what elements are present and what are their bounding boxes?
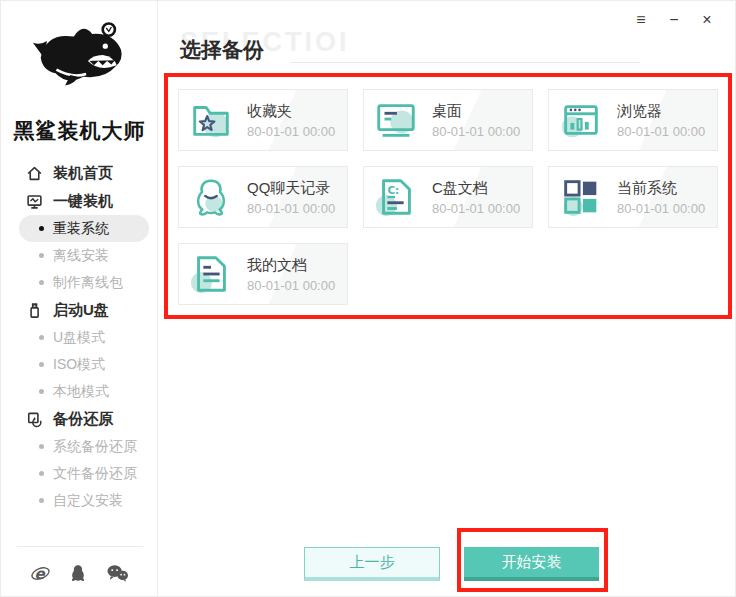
card-title: 浏览器 xyxy=(617,102,705,121)
shark-logo-icon xyxy=(32,17,128,105)
qq-chat-icon xyxy=(188,174,234,220)
sidebar-menu: 装机首页 一键装机 重装系统 离线安装 制作离线包 启动U盘 xyxy=(1,159,158,514)
card-date: 80-01-01 00:00 xyxy=(247,124,335,139)
my-documents-icon xyxy=(188,251,234,297)
app-window: 黑鲨装机大师 装机首页 一键装机 重装系统 离线安装 制作离线包 xyxy=(0,0,736,597)
current-system-icon xyxy=(558,174,604,220)
bullet-icon xyxy=(39,498,44,503)
card-current-system[interactable]: 当前系统 80-01-01 00:00 xyxy=(548,166,718,228)
sidebar-item-label: 系统备份还原 xyxy=(53,438,137,456)
card-date: 80-01-01 00:00 xyxy=(247,278,335,293)
qq-icon[interactable] xyxy=(69,563,87,583)
card-c-drive-docs[interactable]: C: C盘文档 80-01-01 00:00 xyxy=(363,166,533,228)
menu-button[interactable]: ≡ xyxy=(631,9,651,31)
sidebar-item-iso-mode[interactable]: ISO模式 xyxy=(19,351,149,378)
card-date: 80-01-01 00:00 xyxy=(432,201,520,216)
minimize-button[interactable]: − xyxy=(664,9,684,31)
sidebar-footer-divider xyxy=(17,546,143,547)
card-title: 桌面 xyxy=(432,102,520,121)
back-button[interactable]: 上一步 xyxy=(304,547,440,581)
sidebar-item-one-click-install[interactable]: 一键装机 xyxy=(1,187,158,215)
window-controls: ≡ − × xyxy=(631,9,717,31)
backup-cards-grid: 收藏夹 80-01-01 00:00 桌面 80-01-01 00:00 xyxy=(178,89,718,305)
card-date: 80-01-01 00:00 xyxy=(247,201,335,216)
sidebar-item-custom-install[interactable]: 自定义安装 xyxy=(19,487,149,514)
bullet-icon xyxy=(39,226,44,231)
favorites-folder-icon xyxy=(188,97,234,143)
sidebar-item-local-mode[interactable]: 本地模式 xyxy=(19,378,149,405)
c-drive-label: C: xyxy=(387,184,399,196)
card-date: 80-01-01 00:00 xyxy=(617,124,705,139)
bullet-icon xyxy=(39,444,44,449)
backup-restore-icon xyxy=(26,411,43,428)
app-logo xyxy=(1,17,158,109)
sidebar-item-make-offline-package[interactable]: 制作离线包 xyxy=(19,269,149,296)
card-date: 80-01-01 00:00 xyxy=(617,201,705,216)
sidebar-item-backup-restore[interactable]: 备份还原 xyxy=(1,405,158,433)
bullet-icon xyxy=(39,253,44,258)
card-title: 收藏夹 xyxy=(247,102,335,121)
app-name: 黑鲨装机大师 xyxy=(1,117,158,145)
bullet-icon xyxy=(39,389,44,394)
sidebar-item-label: 重装系统 xyxy=(53,220,109,238)
c-drive-document-icon: C: xyxy=(373,174,419,220)
card-title: C盘文档 xyxy=(432,179,520,198)
card-title: 我的文档 xyxy=(247,256,335,275)
bullet-icon xyxy=(39,280,44,285)
sidebar-item-offline-install[interactable]: 离线安装 xyxy=(19,242,149,269)
card-browser[interactable]: 浏览器 80-01-01 00:00 xyxy=(548,89,718,151)
sidebar-item-label: 自定义安装 xyxy=(53,492,123,510)
sidebar-item-label: 装机首页 xyxy=(53,164,113,183)
sidebar-item-reinstall-system[interactable]: 重装系统 xyxy=(19,215,149,242)
browser-icon xyxy=(558,97,604,143)
sidebar-item-system-backup-restore[interactable]: 系统备份还原 xyxy=(19,433,149,460)
sidebar-item-usb-mode[interactable]: U盘模式 xyxy=(19,324,149,351)
bullet-icon xyxy=(39,335,44,340)
sidebar-item-label: 制作离线包 xyxy=(53,274,123,292)
sidebar-item-file-backup-restore[interactable]: 文件备份还原 xyxy=(19,460,149,487)
ie-browser-icon[interactable]: e xyxy=(30,563,51,583)
wechat-icon[interactable] xyxy=(106,563,129,583)
desktop-icon xyxy=(373,97,419,143)
sidebar-item-home[interactable]: 装机首页 xyxy=(1,159,158,187)
card-desktop[interactable]: 桌面 80-01-01 00:00 xyxy=(363,89,533,151)
sidebar-item-boot-usb[interactable]: 启动U盘 xyxy=(1,296,158,324)
sidebar-item-label: 文件备份还原 xyxy=(53,465,137,483)
sidebar-item-label: ISO模式 xyxy=(53,356,105,374)
title-underline xyxy=(290,62,640,63)
card-title: QQ聊天记录 xyxy=(247,179,335,198)
sidebar-item-label: U盘模式 xyxy=(53,329,105,347)
page-title: 选择备份 xyxy=(180,36,264,64)
sidebar-item-label: 本地模式 xyxy=(53,383,109,401)
sidebar-item-label: 启动U盘 xyxy=(53,301,109,320)
card-favorites[interactable]: 收藏夹 80-01-01 00:00 xyxy=(178,89,348,151)
sidebar: 黑鲨装机大师 装机首页 一键装机 重装系统 离线安装 制作离线包 xyxy=(1,1,158,597)
home-icon xyxy=(26,165,43,182)
sidebar-item-label: 离线安装 xyxy=(53,247,109,265)
card-title: 当前系统 xyxy=(617,179,705,198)
card-my-documents[interactable]: 我的文档 80-01-01 00:00 xyxy=(178,243,348,305)
card-date: 80-01-01 00:00 xyxy=(432,124,520,139)
start-install-button[interactable]: 开始安装 xyxy=(464,547,599,581)
monitor-icon xyxy=(26,193,43,210)
bullet-icon xyxy=(39,362,44,367)
usb-drive-icon xyxy=(26,302,43,319)
card-qq-chat[interactable]: QQ聊天记录 80-01-01 00:00 xyxy=(178,166,348,228)
close-button[interactable]: × xyxy=(697,9,717,31)
sidebar-item-label: 一键装机 xyxy=(53,192,113,211)
sidebar-item-label: 备份还原 xyxy=(53,410,113,429)
bullet-icon xyxy=(39,471,44,476)
sidebar-footer: e xyxy=(1,548,158,597)
